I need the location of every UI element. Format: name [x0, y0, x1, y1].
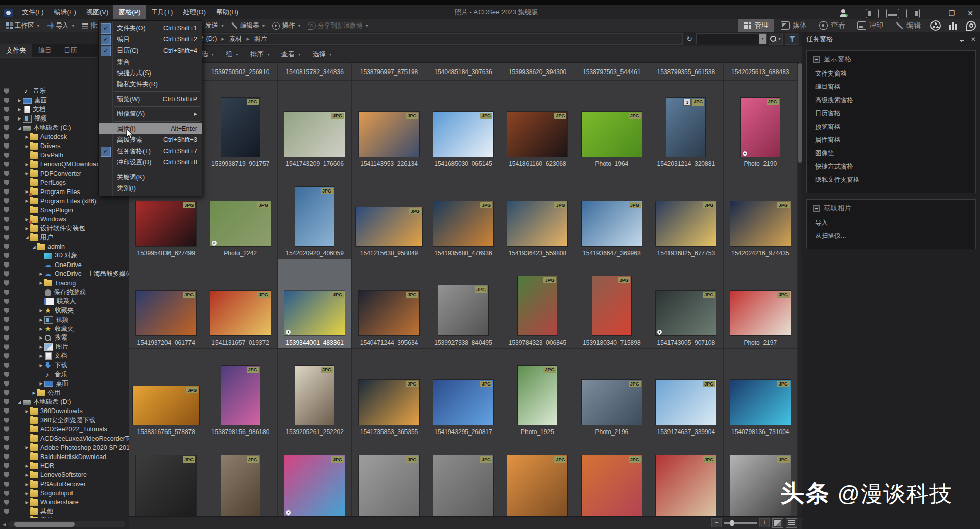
filter-button-查看[interactable]: 查看▼ — [281, 50, 301, 59]
folder-item-搜索[interactable]: ▶搜索 — [13, 333, 129, 343]
expander-icon[interactable]: ▶ — [23, 171, 30, 176]
task-pane-item-编目窗格[interactable]: 编目窗格 — [813, 80, 969, 93]
easy-select-column[interactable] — [0, 408, 13, 414]
easy-select-column[interactable] — [0, 463, 13, 469]
photo-cell-1539784323_006845[interactable]: JPG1539784323_006845 — [500, 259, 575, 349]
photo-thumbnail[interactable]: JPG — [284, 291, 345, 335]
photo-cell-1541936647_369968[interactable]: JPG1541936647_369968 — [575, 170, 649, 259]
folder-item-设计软件安装包[interactable]: ▶设计软件安装包 — [13, 224, 129, 233]
easy-select-column[interactable] — [0, 445, 13, 450]
photo-thumbnail[interactable]: JPG — [359, 380, 419, 425]
easy-select-column[interactable] — [0, 399, 13, 405]
folder-item-SogouInput[interactable]: ▶SogouInput — [13, 489, 129, 498]
mode-button-编辑[interactable]: 编辑 — [890, 19, 926, 32]
scroll-left-arrow-icon[interactable]: ◀ — [0, 522, 8, 527]
expander-icon[interactable]: ▶ — [38, 363, 44, 368]
easy-select-icon[interactable] — [4, 235, 9, 241]
folder-item-admin[interactable]: ◢admin — [13, 242, 129, 251]
folder-item-360安全浏览器下载[interactable]: 360安全浏览器下载 — [13, 416, 129, 425]
photo-cell-Photo_1925[interactable]: JPGPhoto_1925 — [500, 349, 575, 438]
vscroll-thumb[interactable] — [798, 63, 802, 163]
easy-select-icon[interactable] — [4, 299, 9, 304]
photo-cell-1541935680_476936[interactable]: JPG1541935680_476936 — [426, 170, 500, 259]
easy-select-icon[interactable] — [4, 125, 9, 131]
easy-select-column[interactable] — [0, 134, 13, 140]
expander-icon[interactable]: ▶ — [38, 345, 44, 349]
photo-cell-Photo_2197[interactable]: JPGPhoto_2197 — [724, 259, 798, 349]
photo-thumbnail[interactable]: JPG — [730, 291, 791, 335]
zoom-out-button[interactable]: − — [711, 518, 722, 527]
easy-select-column[interactable] — [0, 153, 13, 158]
photo-thumbnail[interactable]: JPG — [582, 380, 642, 425]
photo-thumbnail[interactable]: JPG — [741, 98, 780, 157]
toolbar-button-工作区[interactable]: 工作区▼ — [3, 20, 43, 31]
layout-left-pane-button[interactable] — [866, 9, 879, 18]
expander-icon[interactable]: ◢ — [16, 400, 23, 404]
photo-thumbnail[interactable]: JPG — [730, 380, 791, 425]
easy-select-icon[interactable] — [4, 472, 9, 478]
expander-icon[interactable]: ◢ — [23, 235, 30, 240]
expander-icon[interactable]: ▶ — [23, 162, 30, 167]
easy-select-icon[interactable] — [4, 363, 9, 368]
easy-select-icon[interactable] — [4, 280, 9, 286]
task-pane-item-属性窗格[interactable]: 属性窗格 — [813, 133, 969, 147]
photo-thumbnail[interactable]: JPG — [656, 201, 716, 246]
mode-button-媒体[interactable]: 媒体 — [775, 19, 812, 32]
photo-cell-1541143953_226134[interactable]: JPG1541143953_226134 — [352, 81, 426, 170]
expander-icon[interactable]: ◢ — [31, 245, 37, 249]
easy-select-column[interactable] — [0, 125, 13, 131]
expander-icon[interactable]: ▶ — [38, 381, 44, 386]
easy-select-icon[interactable] — [4, 271, 9, 277]
menu-item-高级搜索[interactable]: 高级搜索Ctrl+Shift+3 — [99, 134, 202, 146]
menu-item-属性(I)[interactable]: 属性(I)Alt+Enter — [99, 123, 202, 134]
grid-vscrollbar[interactable] — [798, 62, 802, 517]
photo-cell-1539938719_901757[interactable]: JPG1539938719_901757 — [203, 81, 277, 170]
toolbar-button-编辑器[interactable]: 编辑器▼ — [228, 20, 268, 31]
easy-select-icon[interactable] — [4, 335, 9, 341]
photo-thumbnail[interactable]: JPG — [359, 455, 419, 516]
pin-icon[interactable] — [959, 36, 964, 42]
folder-tree-hscrollbar[interactable]: ◀ — [0, 521, 129, 528]
photo-cell-1538798156_986180[interactable]: JPG1538798156_986180 — [203, 349, 277, 438]
photo-thumbnail[interactable]: JPG — [730, 201, 791, 246]
task-pane-item-预览窗格[interactable]: 预览窗格 — [813, 120, 969, 133]
chevron-down-icon[interactable]: ▼ — [37, 24, 40, 28]
task-pane-item-隐私文件夹窗格[interactable]: 隐私文件夹窗格 — [813, 173, 969, 186]
folder-item-Tracing[interactable]: ▶Tracing — [13, 279, 129, 288]
photo-cell-Photo_2190[interactable]: JPGPhoto_2190 — [724, 81, 798, 170]
easy-select-icon[interactable] — [4, 162, 9, 167]
easy-select-icon[interactable] — [4, 408, 9, 414]
layout-right-pane-button[interactable] — [906, 9, 920, 18]
quick-search-button[interactable]: ▼ — [769, 33, 783, 45]
easy-select-icon[interactable] — [4, 198, 9, 204]
photo-thumbnail[interactable]: JPG — [518, 276, 557, 335]
photo-cell-1538796997_875198[interactable]: 1538796997_875198 — [352, 62, 426, 81]
folder-item-图片[interactable]: ▶图片 — [13, 343, 129, 352]
photo-thumbnail[interactable]: JPG — [210, 201, 271, 246]
dashboard-eye-icon[interactable] — [966, 21, 976, 31]
easy-select-column[interactable] — [0, 290, 13, 295]
easy-select-column[interactable] — [0, 271, 13, 277]
filter-button-选择[interactable]: 选择▼ — [313, 50, 332, 59]
menubar-item-P[interactable]: 窗格(P) — [113, 5, 146, 19]
folder-item-ACDSeeLuxeaVideoRecorderTe[interactable]: ACDSeeLuxeaVideoRecorderTe — [13, 434, 129, 443]
expander-icon[interactable]: ▶ — [38, 272, 44, 276]
expander-icon[interactable]: ▶ — [16, 98, 23, 103]
easy-select-icon[interactable] — [4, 381, 9, 387]
photo-cell-1540815782_344836[interactable]: 1540815782_344836 — [278, 62, 352, 81]
photo-thumbnail[interactable]: JPG — [221, 455, 260, 522]
photo-cell-1540471244_395634[interactable]: JPG1540471244_395634 — [352, 259, 426, 349]
easy-select-column[interactable] — [0, 454, 13, 460]
menu-item-编目[interactable]: ✓编目Ctrl+Shift+2 — [99, 34, 202, 45]
expander-icon[interactable]: ▶ — [38, 308, 44, 313]
tab-日历[interactable]: 日历 — [58, 44, 83, 57]
folder-item-素材[interactable]: ◢素材 — [13, 516, 129, 518]
menubar-item-H[interactable]: 帮助(H) — [211, 5, 244, 19]
chevron-down-icon[interactable]: ▼ — [329, 53, 332, 56]
collapse-icon[interactable] — [813, 56, 820, 63]
expander-icon[interactable]: ▶ — [23, 482, 30, 487]
photo-thumbnail[interactable]: JPG — [133, 386, 199, 425]
chevron-down-icon[interactable]: ▼ — [365, 24, 369, 28]
photo-thumbnail[interactable]: JPG — [284, 112, 345, 157]
folder-item-本地磁盘 (D:)[interactable]: ◢本地磁盘 (D:) — [13, 397, 129, 406]
